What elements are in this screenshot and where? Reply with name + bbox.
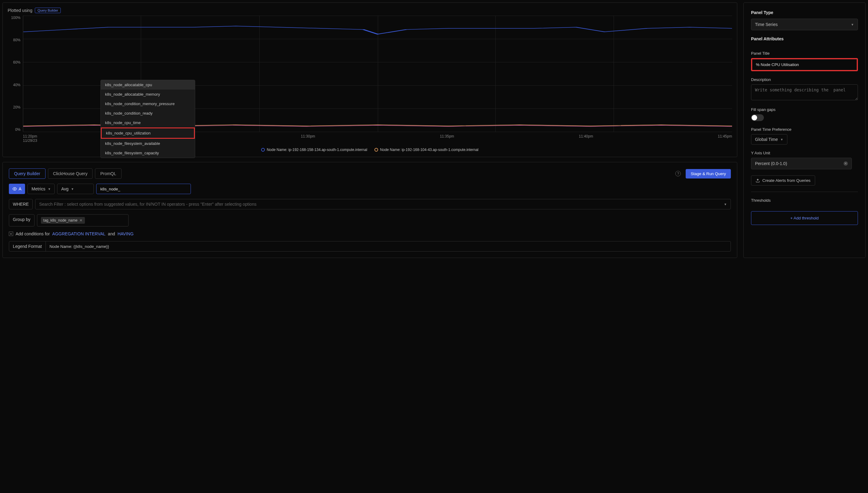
y-axis: 100% 80% 60% 40% 20% 0% — [8, 16, 23, 132]
chevron-down-icon: ▼ — [780, 138, 783, 141]
panel-title-input[interactable] — [751, 58, 858, 71]
dropdown-item[interactable]: k8s_node_condition_ready — [101, 108, 195, 118]
time-preference-label: Panel Time Preference — [751, 127, 858, 132]
stage-run-query-button[interactable]: Stage & Run Query — [686, 169, 731, 178]
dropdown-item[interactable]: k8s_node_cpu_time — [101, 118, 195, 127]
thresholds-label: Thresholds — [751, 198, 858, 202]
where-label: WHERE — [9, 199, 33, 209]
time-preference-select[interactable]: Global Time ▼ — [751, 134, 787, 145]
dropdown-item[interactable]: k8s_node_condition_memory_pressure — [101, 99, 195, 108]
chevron-down-icon: ▼ — [851, 23, 854, 26]
chevron-down-icon: ▼ — [71, 187, 74, 191]
create-alerts-button[interactable]: Create Alerts from Queries — [751, 175, 815, 186]
legend-item[interactable]: Node Name: ip-192-168-158-134.ap-south-1… — [261, 148, 367, 152]
tab-clickhouse[interactable]: ClickHouse Query — [48, 168, 93, 179]
dropdown-item-cpu-utilization[interactable]: k8s_node_cpu_utilization — [101, 127, 195, 139]
circle-icon — [261, 148, 265, 152]
chevron-down-icon: ▼ — [48, 187, 51, 191]
metrics-select[interactable]: Metrics ▼ — [27, 184, 55, 194]
toggle-knob — [752, 115, 757, 121]
filter-input[interactable]: Search Filter : select options from sugg… — [35, 199, 731, 209]
aggregation-select[interactable]: Avg ▼ — [57, 184, 94, 194]
eye-icon — [13, 187, 17, 191]
having-link[interactable]: HAVING — [118, 231, 134, 236]
upload-icon — [756, 178, 760, 183]
dropdown-item[interactable]: k8s_node_filesystem_available — [101, 139, 195, 148]
close-icon[interactable]: ✕ — [79, 218, 83, 222]
query-badge-a[interactable]: A — [9, 184, 25, 194]
yaxis-unit-label: Y Axis Unit — [751, 151, 858, 155]
dropdown-item[interactable]: k8s_node_allocatable_cpu — [101, 80, 195, 89]
groupby-label: Group by — [9, 214, 35, 227]
metric-name-input[interactable] — [96, 184, 191, 194]
query-builder-badge: Query Builder — [35, 8, 61, 13]
chevron-down-icon: ▼ — [724, 202, 727, 206]
clear-icon[interactable]: ✕ — [844, 162, 848, 166]
panel-type-heading: Panel Type — [751, 10, 858, 15]
plotted-using-label: Plotted using — [8, 8, 32, 13]
groupby-input[interactable]: tag_k8s_node_name ✕ — [37, 214, 129, 227]
autocomplete-dropdown: k8s_node_allocatable_cpu k8s_node_alloca… — [100, 80, 195, 158]
groupby-tag: tag_k8s_node_name ✕ — [41, 217, 85, 224]
legend-format-row: Legend Format — [9, 241, 731, 252]
svg-point-0 — [14, 188, 15, 190]
fill-gaps-toggle[interactable] — [751, 114, 764, 121]
panel-title-label: Panel Title — [751, 51, 858, 56]
panel-type-select[interactable]: Time Series ▼ — [751, 19, 858, 30]
panel-attributes-heading: Panel Attributes — [751, 36, 858, 41]
dropdown-item[interactable]: k8s_node_filesystem_capacity — [101, 148, 195, 158]
plus-icon[interactable]: + — [9, 232, 13, 236]
yaxis-unit-select[interactable]: Percent (0.0-1.0) ✕ — [751, 158, 852, 169]
tab-promql[interactable]: PromQL — [95, 168, 121, 179]
legend-format-label: Legend Format — [9, 241, 46, 251]
help-icon[interactable]: ? — [675, 171, 681, 176]
settings-sidebar: Panel Type Time Series ▼ Panel Attribute… — [744, 2, 866, 258]
circle-icon — [374, 148, 378, 152]
description-label: Description — [751, 77, 858, 82]
add-threshold-button[interactable]: + Add threshold — [751, 211, 858, 225]
description-textarea[interactable] — [751, 84, 858, 100]
legend-item[interactable]: Node Name: ip-192-168-104-43.ap-south-1.… — [374, 148, 478, 152]
aggregation-interval-link[interactable]: AGGREGATION INTERVAL — [52, 231, 105, 236]
dropdown-item[interactable]: k8s_node_allocatable_memory — [101, 89, 195, 99]
legend-format-input[interactable] — [46, 241, 731, 251]
query-builder-panel: Query Builder ClickHouse Query PromQL ? … — [2, 162, 737, 258]
series-line-1 — [23, 26, 732, 34]
add-conditions-row: + Add conditions for AGGREGATION INTERVA… — [9, 231, 731, 236]
fill-gaps-label: Fill span gaps — [751, 107, 858, 112]
tab-query-builder[interactable]: Query Builder — [9, 168, 46, 179]
